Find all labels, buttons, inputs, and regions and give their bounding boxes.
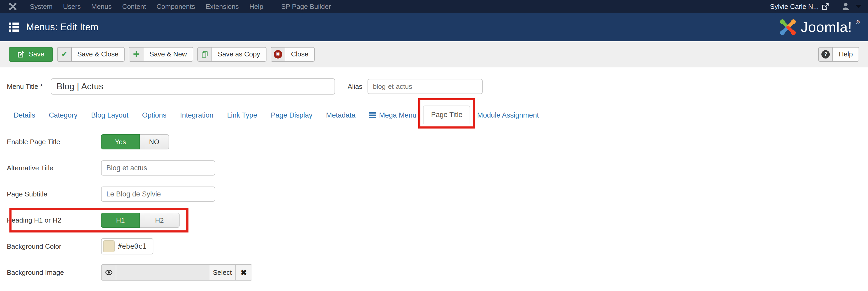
help-button[interactable]: ? Help: [818, 47, 859, 61]
menu-item-system[interactable]: System: [25, 3, 58, 10]
clear-icon: ✖: [241, 268, 247, 277]
plus-icon: [130, 47, 144, 61]
color-swatch[interactable]: [103, 240, 115, 252]
tab-metadata[interactable]: Metadata: [319, 107, 363, 124]
background-image-input[interactable]: [116, 265, 209, 280]
preview-image-button[interactable]: [101, 265, 116, 280]
tab-module-assignment[interactable]: Module Assignment: [470, 107, 546, 124]
user-icon[interactable]: [841, 2, 850, 11]
heading-toggle: H1 H2: [101, 213, 180, 228]
tab-options[interactable]: Options: [135, 107, 173, 124]
page-title-tab-pane: Enable Page Title Yes NO Alternative Tit…: [0, 124, 868, 281]
page-title: Menus: Edit Item: [26, 22, 99, 33]
menu-item-sp-page-builder[interactable]: SP Page Builder: [276, 3, 336, 10]
tab-details[interactable]: Details: [7, 107, 42, 124]
color-value: #ebe0c1: [118, 243, 147, 250]
menu-title-input[interactable]: [51, 78, 335, 95]
page-subtitle-label: Page Subtitle: [7, 190, 101, 198]
toolbar: Save ✔ Save & Close Save & New Save as C…: [0, 41, 868, 67]
save-copy-button[interactable]: Save as Copy: [197, 47, 267, 61]
check-icon: ✔: [57, 47, 71, 61]
background-image-row: Background Image Select ✖: [7, 264, 868, 281]
heading-label: Heading H1 or H2: [7, 216, 101, 224]
preview-site-link[interactable]: Sylvie Carle N...: [770, 3, 829, 10]
mega-menu-icon: [369, 112, 376, 118]
joomla-logo: Joomla! ®: [778, 18, 860, 37]
enable-page-title-label: Enable Page Title: [7, 138, 101, 146]
top-admin-bar: System Users Menus Content Components Ex…: [0, 0, 868, 13]
copy-icon: [198, 47, 212, 61]
alias-label: Alias: [348, 82, 362, 90]
joomla-admin-page: System Users Menus Content Components Ex…: [0, 0, 868, 291]
alias-input[interactable]: [368, 79, 483, 94]
joomla-logo-emblem: [778, 18, 797, 37]
save-new-button[interactable]: Save & New: [129, 47, 193, 61]
menu-item-menus[interactable]: Menus: [86, 3, 117, 10]
save-icon: [17, 50, 25, 58]
user-name-label: Sylvie Carle N...: [770, 3, 819, 10]
tab-blog-layout[interactable]: Blog Layout: [84, 107, 135, 124]
menu-item-users[interactable]: Users: [58, 3, 86, 10]
admin-menu: System Users Menus Content Components Ex…: [25, 3, 336, 10]
save-close-button[interactable]: ✔ Save & Close: [57, 47, 125, 61]
external-link-icon: [822, 3, 829, 10]
menu-item-help[interactable]: Help: [244, 3, 269, 10]
heading-row: Heading H1 or H2 H1 H2: [7, 212, 868, 228]
title-row: Menu Title * Alias: [7, 78, 868, 95]
edit-item-form: Menu Title * Alias Details Category Blog…: [0, 78, 868, 281]
background-color-row: Background Color #ebe0c1: [7, 238, 868, 254]
heading-h1[interactable]: H1: [101, 213, 140, 228]
page-subtitle-row: Page Subtitle: [7, 186, 868, 202]
save-button[interactable]: Save: [9, 47, 53, 61]
clear-image-button[interactable]: ✖: [235, 265, 252, 280]
background-color-label: Background Color: [7, 243, 101, 250]
menu-title-label: Menu Title *: [7, 82, 51, 90]
tab-page-display[interactable]: Page Display: [264, 107, 319, 124]
tab-bar: Details Category Blog Layout Options Int…: [0, 106, 868, 124]
alternative-title-row: Alternative Title: [7, 160, 868, 176]
alternative-title-label: Alternative Title: [7, 164, 101, 172]
page-subtitle-input[interactable]: [101, 186, 215, 202]
tab-link-type[interactable]: Link Type: [220, 107, 264, 124]
menu-item-extensions[interactable]: Extensions: [200, 3, 244, 10]
tab-category[interactable]: Category: [42, 107, 85, 124]
joomla-logo-reg: ®: [856, 19, 860, 26]
tab-mega-menu[interactable]: Mega Menu: [362, 107, 423, 124]
menu-item-content[interactable]: Content: [117, 3, 151, 10]
close-icon: ✖: [271, 47, 285, 61]
background-image-input-group: Select ✖: [101, 264, 252, 281]
enable-page-title-no[interactable]: NO: [140, 134, 169, 149]
joomla-logo-text: Joomla!: [801, 18, 852, 37]
help-icon: ?: [819, 47, 833, 61]
select-image-button[interactable]: Select: [209, 265, 235, 280]
background-image-label: Background Image: [7, 268, 101, 277]
eye-icon: [105, 269, 112, 275]
enable-page-title-toggle: Yes NO: [101, 134, 169, 149]
page-header: Menus: Edit Item Joomla! ®: [0, 13, 868, 41]
menu-item-components[interactable]: Components: [151, 3, 200, 10]
joomla-mark-icon: [8, 2, 17, 11]
enable-page-title-yes[interactable]: Yes: [101, 134, 140, 149]
caret-down-icon[interactable]: [856, 5, 862, 8]
enable-page-title-row: Enable Page Title Yes NO: [7, 134, 868, 150]
heading-h2[interactable]: H2: [140, 213, 180, 228]
tab-integration[interactable]: Integration: [173, 107, 220, 124]
tab-page-title[interactable]: Page Title: [423, 106, 470, 124]
background-color-input[interactable]: #ebe0c1: [101, 238, 153, 254]
close-button[interactable]: ✖ Close: [271, 47, 315, 61]
alternative-title-input[interactable]: [101, 160, 215, 176]
menus-icon: [8, 22, 20, 33]
